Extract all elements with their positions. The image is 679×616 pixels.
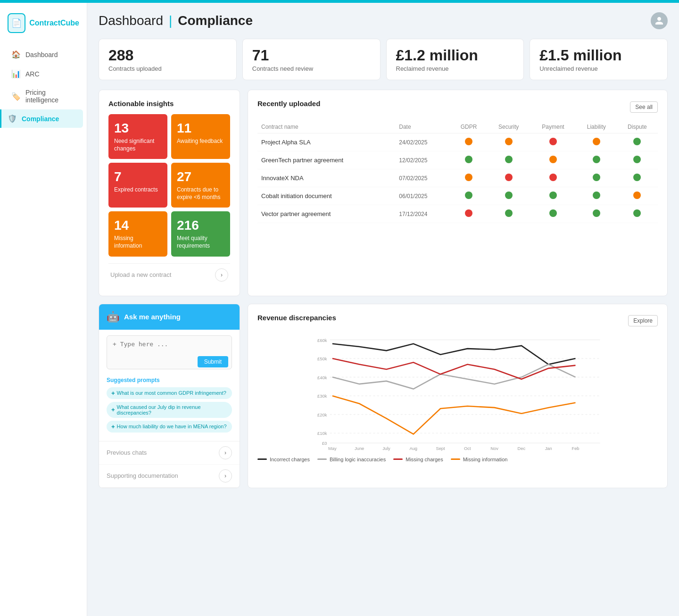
submit-button[interactable]: Submit <box>198 356 228 367</box>
pricing-nav-icon: 🏷️ <box>11 92 21 101</box>
legend-label-2: Missing charges <box>406 457 443 462</box>
status-dot-dispute-0 <box>633 138 641 145</box>
chat-body: Submit Suggested prompts +What is our mo… <box>99 330 240 441</box>
cell-2-dispute <box>617 169 658 187</box>
stat-card-2: £1.2 millionReclaimed revenue <box>386 39 524 80</box>
cell-4-dispute <box>617 205 658 223</box>
revenue-panel: Revenue discrepancies Explore <box>248 304 668 488</box>
insight-tile-4[interactable]: 14Missing information <box>108 211 167 256</box>
insight-label-4: Missing information <box>114 235 162 250</box>
insight-tile-0[interactable]: 13Need significant changes <box>108 114 167 159</box>
chat-footer: Previous chats›Supporting documentation› <box>99 441 240 488</box>
compliance-nav-icon: 🛡️ <box>8 114 17 123</box>
prompt-chip-1[interactable]: +What caused our July dip in revenue dis… <box>107 402 232 418</box>
stat-label-0: Contracts uploaded <box>108 65 227 72</box>
status-dot-gdpr-2 <box>465 174 472 181</box>
cell-2-date: 07/02/2025 <box>395 169 450 187</box>
insight-tile-3[interactable]: 27Contracts due to expire <6 months <box>171 163 230 208</box>
svg-text:£60k: £60k <box>317 338 327 342</box>
col-header-contract-name: Contract name <box>257 121 395 133</box>
insight-number-2: 7 <box>114 169 162 184</box>
sidebar-item-arc[interactable]: 📊ARC <box>4 65 83 83</box>
sidebar-item-dashboard[interactable]: 🏠Dashboard <box>4 45 83 64</box>
stat-number-0: 288 <box>108 47 227 64</box>
legend-item-2: Missing charges <box>393 457 443 462</box>
cell-2-gdpr <box>450 169 487 187</box>
insight-number-4: 14 <box>114 218 162 233</box>
chat-footer-chevron-0[interactable]: › <box>219 446 232 459</box>
status-dot-gdpr-3 <box>465 191 472 199</box>
upload-row[interactable]: Upload a new contract › <box>108 263 230 286</box>
insight-label-0: Need significant changes <box>114 138 162 152</box>
col-header-liability: Liability <box>576 121 617 133</box>
insight-tile-2[interactable]: 7Expired contracts <box>108 163 167 208</box>
status-dot-security-2 <box>505 174 513 181</box>
main-content: Dashboard | Compliance 288Contracts uplo… <box>87 3 679 616</box>
recently-header: Recently uploaded See all <box>257 100 658 114</box>
cell-0-security <box>487 133 530 151</box>
status-dot-security-4 <box>505 209 513 217</box>
status-dot-gdpr-4 <box>465 209 472 217</box>
cell-3-gdpr <box>450 187 487 205</box>
user-avatar[interactable] <box>651 12 668 29</box>
insight-label-1: Awaiting feedback <box>177 138 224 145</box>
svg-text:Oct: Oct <box>464 446 471 450</box>
insights-panel: Actionable insights 13Need significant c… <box>99 90 240 296</box>
status-dot-payment-2 <box>549 174 557 181</box>
logo: 📄 ContractCube <box>0 8 87 44</box>
sidebar-item-label-compliance: Compliance <box>22 115 59 123</box>
status-dot-dispute-4 <box>633 209 641 217</box>
prompt-chip-0[interactable]: +What is our most common GDPR infringeme… <box>107 387 232 399</box>
status-dot-liability-3 <box>593 191 600 199</box>
page-header: Dashboard | Compliance <box>99 12 668 29</box>
chat-footer-item-1[interactable]: Supporting documentation› <box>99 465 240 488</box>
legend-label-1: Billing logic inaccuracies <box>330 457 386 462</box>
explore-button[interactable]: Explore <box>628 315 658 326</box>
upload-chevron[interactable]: › <box>215 268 228 282</box>
cell-0-name: Project Alpha SLA <box>257 133 395 151</box>
bot-icon: 🤖 <box>107 311 119 323</box>
cell-4-liability <box>576 205 617 223</box>
cell-3-liability <box>576 187 617 205</box>
svg-text:Jan: Jan <box>545 446 552 450</box>
svg-text:Nov: Nov <box>490 446 498 450</box>
insight-grid: 13Need significant changes11Awaiting fee… <box>108 114 230 257</box>
insight-number-3: 27 <box>177 169 224 184</box>
cell-3-name: Cobalt initiation document <box>257 187 395 205</box>
chat-header: 🤖 Ask me anything <box>99 304 240 330</box>
arc-nav-icon: 📊 <box>11 69 21 78</box>
cell-3-date: 06/01/2025 <box>395 187 450 205</box>
cell-1-name: GreenTech partner agreement <box>257 151 395 169</box>
insight-tile-1[interactable]: 11Awaiting feedback <box>171 114 230 159</box>
chat-footer-chevron-1[interactable]: › <box>219 469 232 483</box>
insight-label-5: Meet quality requirements <box>177 235 224 250</box>
chat-header-label: Ask me anything <box>124 313 181 321</box>
prompt-chips: +What is our most common GDPR infringeme… <box>107 387 232 433</box>
chat-footer-item-0[interactable]: Previous chats› <box>99 441 240 465</box>
cell-1-security <box>487 151 530 169</box>
cell-0-gdpr <box>450 133 487 151</box>
sidebar-item-pricing[interactable]: 🏷️Pricing intelligence <box>4 84 83 108</box>
cell-0-liability <box>576 133 617 151</box>
prompt-chip-2[interactable]: +How much liability do we have in MENA r… <box>107 421 232 433</box>
see-all-button[interactable]: See all <box>630 101 658 113</box>
status-dot-liability-0 <box>593 138 600 145</box>
insight-number-5: 216 <box>177 218 224 233</box>
nav-menu: 🏠Dashboard📊ARC🏷️Pricing intelligence🛡️Co… <box>0 44 87 129</box>
stat-number-3: £1.5 million <box>539 47 658 64</box>
svg-text:£40k: £40k <box>317 375 327 380</box>
status-dot-dispute-3 <box>633 191 641 199</box>
stat-card-1: 71Contracts need review <box>242 39 381 80</box>
svg-text:May: May <box>328 446 337 450</box>
logo-text: ContractCube <box>29 19 79 27</box>
stat-label-3: Unreclaimed revenue <box>539 65 658 72</box>
cell-1-dispute <box>617 151 658 169</box>
legend-item-1: Billing logic inaccuracies <box>317 457 386 462</box>
dashboard-title: Dashboard <box>99 13 163 28</box>
sidebar-item-compliance[interactable]: 🛡️Compliance <box>0 109 83 128</box>
legend-color-2 <box>393 458 403 460</box>
col-header-date: Date <box>395 121 450 133</box>
insight-tile-5[interactable]: 216Meet quality requirements <box>171 211 230 256</box>
cell-1-date: 12/02/2025 <box>395 151 450 169</box>
status-dot-payment-3 <box>549 191 557 199</box>
